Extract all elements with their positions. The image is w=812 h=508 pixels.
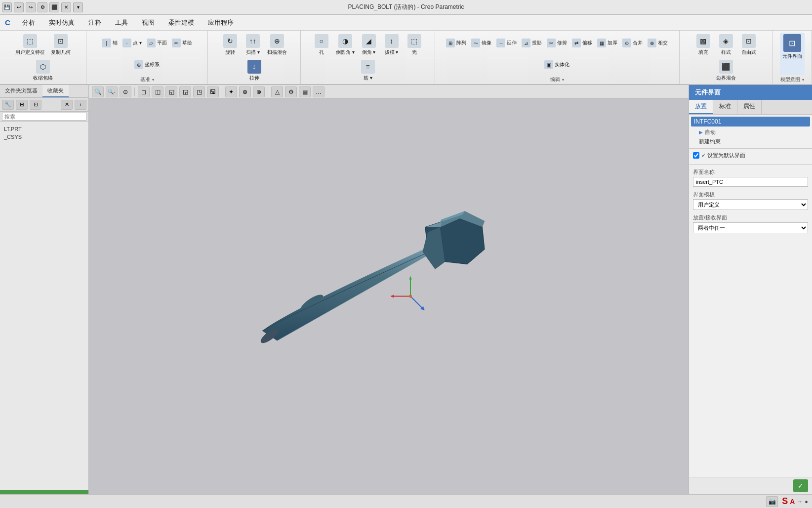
menu-item-simulation[interactable]: 实时仿真 [42, 15, 81, 30]
btn-extend[interactable]: → 延伸 [494, 33, 519, 53]
panel-close-btn[interactable]: ✕ [61, 100, 73, 110]
btn-round[interactable]: ◑ 倒圆角 ▾ [333, 33, 357, 57]
btn-mirror-label: 镜像 [482, 40, 491, 46]
vp-axis-btn[interactable]: ⊗ [253, 86, 265, 97]
btn-chamfer[interactable]: ◢ 倒角 ▾ [358, 33, 380, 57]
brand-logo: S A → ● [782, 496, 808, 507]
vp-zoom-fit-btn[interactable]: ⊙ [120, 86, 131, 97]
btn-csys[interactable]: ⊕ 坐标系 [132, 54, 162, 75]
panel-search-input[interactable] [2, 113, 86, 121]
panel-tool-btn-2[interactable]: ⊞ [16, 100, 28, 110]
rpt-intfc001[interactable]: INTFC001 [691, 117, 810, 127]
panel-tool-btn-3[interactable]: ⊡ [30, 100, 41, 110]
btn-component-interface[interactable]: ⊡ 元件界面 [780, 33, 805, 75]
tree-item-lt-prt[interactable]: LT.PRT [2, 125, 86, 133]
btn-boundary-blend[interactable]: ⬛ 边界混合 [714, 58, 738, 83]
btn-rotate[interactable]: ↻ 旋转 [219, 33, 241, 57]
vp-light-btn[interactable]: ✦ [225, 86, 237, 97]
panel-add-btn[interactable]: + [75, 100, 86, 110]
btn-point[interactable]: · 点 ▾ [121, 33, 144, 53]
default-interface-checkbox[interactable] [693, 152, 699, 159]
status-camera-btn[interactable]: 📷 [766, 496, 778, 507]
ribbon-group-datum-label[interactable]: 基准 [140, 76, 154, 83]
right-tab-placement[interactable]: 放置 [689, 100, 713, 114]
btn-solidify[interactable]: ▣ 实体化 [542, 54, 571, 75]
btn-extrude[interactable]: ↕ 拉伸 [244, 58, 265, 83]
btn-thicken[interactable]: ▦ 加厚 [595, 33, 619, 53]
btn-style[interactable]: ◈ 样式 [715, 33, 737, 57]
btn-offset[interactable]: ⇄ 偏移 [570, 33, 594, 53]
btn-sketch[interactable]: ✏ 草绘 [170, 33, 194, 53]
btn-shrink-wrap[interactable]: ⬡ 收缩包络 [31, 58, 55, 83]
form-input-interface-name[interactable] [693, 177, 808, 187]
btn-array-label: 阵列 [456, 40, 466, 46]
btn-axis[interactable]: | 轴 [100, 33, 120, 53]
right-panel-title: 元件界面 [689, 85, 812, 100]
right-tab-standard[interactable]: 标准 [713, 100, 737, 114]
settings-btn[interactable]: ⚙ [38, 2, 47, 12]
panel-tool-btn-1[interactable]: 🔧 [2, 100, 14, 110]
btn-intersect[interactable]: ⊗ 相交 [646, 33, 670, 53]
btn-rib-label: 筋 ▾ [364, 75, 372, 82]
menu-item-tools[interactable]: 工具 [108, 15, 135, 30]
btn-shell[interactable]: ⬚ 壳 [404, 33, 425, 57]
btn-sweep-blend[interactable]: ⊕ 扫描混合 [265, 33, 289, 57]
quick-save-btn[interactable]: 💾 [2, 2, 12, 12]
vp-display-btn-5[interactable]: ◳ [193, 86, 205, 97]
close-small-btn[interactable]: ✕ [61, 2, 71, 12]
form-select-interface-template[interactable]: 用户定义 [693, 199, 808, 210]
bolt-3d-model[interactable] [198, 178, 519, 402]
btn-rib[interactable]: ≡ 筋 ▾ [357, 58, 379, 83]
tree-item-csys[interactable]: _CSYS [2, 133, 86, 141]
vp-plane-btn[interactable]: ⊕ [239, 86, 251, 97]
btn-sweep[interactable]: ↑↑ 扫描 ▾ [242, 33, 264, 57]
checkbox-default-interface[interactable]: ✓ 设置为默认界面 [693, 152, 808, 159]
ribbon-group-model-intent-label[interactable]: 模型意图 [780, 76, 804, 83]
undo-btn[interactable]: ↩ [14, 2, 24, 12]
menu-item-apps[interactable]: 应用程序 [201, 15, 241, 30]
vp-display-btn-1[interactable]: ◻ [138, 86, 150, 97]
btn-user-feature[interactable]: ⬚ 用户定义特征 [13, 33, 47, 57]
btn-mirror[interactable]: ⤳ 镜像 [469, 33, 493, 53]
btn-merge[interactable]: ⊙ 合并 [620, 33, 645, 53]
confirm-button[interactable]: ✓ [793, 479, 808, 492]
viewport[interactable]: 🔍 🔍- ⊙ ◻ ◫ ◱ ◲ ◳ 🖫 ✦ ⊕ ⊗ △ ⚙ ▤ … [89, 85, 689, 494]
btn-array[interactable]: ⊞ 阵列 [444, 33, 468, 53]
menu-item-flexible[interactable]: 柔性建模 [162, 15, 201, 30]
vp-display-btn-2[interactable]: ◫ [152, 86, 163, 97]
form-select-placement[interactable]: 两者中任一 [693, 222, 808, 233]
vp-sep-1 [134, 87, 135, 96]
vp-analysis-btn[interactable]: △ [271, 86, 283, 97]
vp-more-btn[interactable]: … [313, 86, 325, 97]
vp-zoom-in-btn[interactable]: 🔍 [92, 86, 104, 97]
expand-btn[interactable]: ⬛ [49, 2, 59, 12]
ribbon-group-edit-label[interactable]: 编辑 [550, 76, 564, 83]
menu-item-view[interactable]: 视图 [135, 15, 162, 30]
vp-display-btn-6[interactable]: 🖫 [207, 86, 219, 97]
btn-project[interactable]: ⊿ 投影 [520, 33, 544, 53]
redo-btn[interactable]: ↪ [26, 2, 36, 12]
btn-plane[interactable]: ▱ 平面 [145, 33, 169, 53]
tab-file-browser[interactable]: 文件夹浏览器 [0, 85, 42, 97]
btn-fill[interactable]: ▩ 填充 [692, 33, 714, 57]
rpt-new-constraint[interactable]: 新建约束 [691, 137, 810, 146]
menu-item-analysis[interactable]: 分析 [15, 15, 42, 30]
more-btn[interactable]: ▾ [73, 2, 83, 12]
brand-arrow: → [797, 498, 803, 505]
vp-display-btn-4[interactable]: ◲ [179, 86, 191, 97]
tab-favorites[interactable]: 收藏夹 [42, 85, 69, 97]
btn-trim[interactable]: ✂ 修剪 [545, 33, 569, 53]
menu-item-applogo[interactable]: C [0, 16, 15, 29]
vp-settings-btn[interactable]: ⚙ [285, 86, 297, 97]
vp-display-btn-3[interactable]: ◱ [165, 86, 177, 97]
menu-item-annotation[interactable]: 注释 [81, 15, 108, 30]
btn-hole[interactable]: ○ 孔 [311, 33, 332, 57]
rpt-auto[interactable]: ▶ 自动 [691, 127, 810, 137]
vp-annotation-btn[interactable]: ▤ [299, 86, 311, 97]
vp-zoom-out-btn[interactable]: 🔍- [106, 86, 118, 97]
btn-freestyle[interactable]: ⊡ 自由式 [738, 33, 760, 57]
btn-draft[interactable]: ↕ 拔模 ▾ [381, 33, 403, 57]
btn-copy-geometry[interactable]: ⊡ 复制几何 [48, 33, 73, 57]
menu-bar: C 分析 实时仿真 注释 工具 视图 柔性建模 应用程序 [0, 15, 812, 31]
right-tab-attribute[interactable]: 属性 [737, 100, 762, 114]
